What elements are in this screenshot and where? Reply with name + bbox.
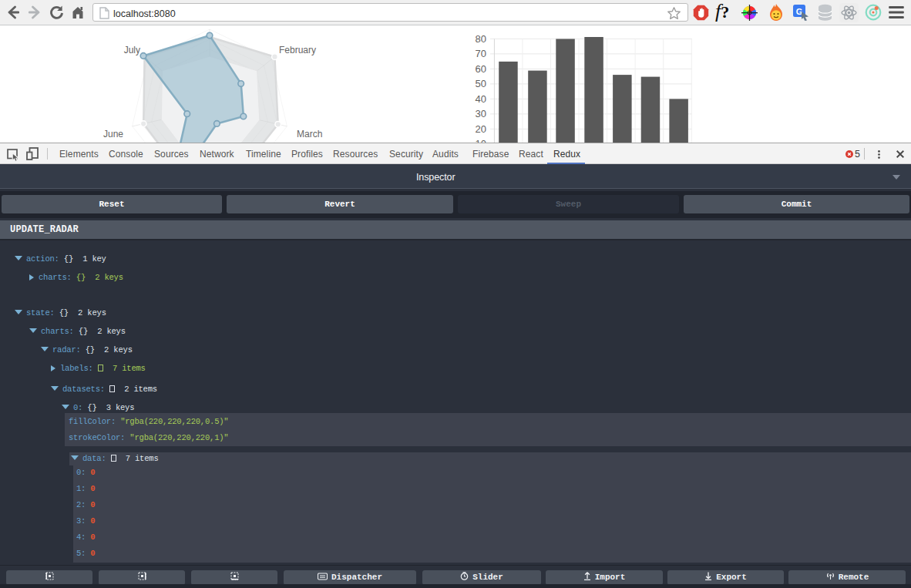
svg-text:30: 30 bbox=[476, 108, 486, 119]
svg-text:60: 60 bbox=[476, 63, 486, 75]
svg-text:March: March bbox=[297, 129, 322, 139]
svg-text:July: July bbox=[124, 45, 140, 55]
svg-text:20: 20 bbox=[476, 123, 486, 135]
svg-text:80: 80 bbox=[476, 33, 486, 45]
svg-text:50: 50 bbox=[476, 78, 486, 89]
svg-text:February: February bbox=[279, 45, 316, 55]
svg-text:40: 40 bbox=[476, 93, 486, 105]
svg-text:June: June bbox=[103, 129, 123, 139]
svg-text:70: 70 bbox=[476, 48, 486, 59]
svg-text:G: G bbox=[796, 7, 803, 16]
